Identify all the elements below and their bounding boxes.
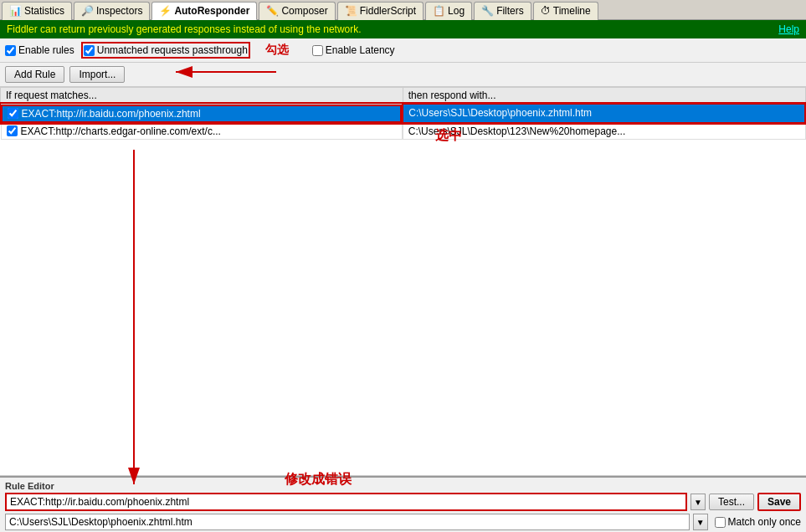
row-checkbox[interactable] <box>8 108 18 119</box>
toolbar-row: Enable rules Unmatched requests passthro… <box>0 38 806 63</box>
enable-rules-checkbox[interactable] <box>5 45 16 56</box>
enable-latency-checkbox[interactable] <box>312 45 323 56</box>
rule-editor: Rule Editor ▼ Test... Save ▼ Match only … <box>0 476 806 532</box>
save-button[interactable]: Save <box>757 493 801 511</box>
enable-latency-checkbox-label[interactable]: Enable Latency <box>312 44 395 56</box>
enable-rules-label: Enable rules <box>18 44 74 56</box>
main-content: Fiddler can return previously generated … <box>0 20 806 532</box>
match-only-once-checkbox[interactable] <box>715 517 726 528</box>
tab-fiddlerscript-label: FiddlerScript <box>360 5 416 17</box>
enable-rules-checkbox-label[interactable]: Enable rules <box>5 44 74 56</box>
banner-text: Fiddler can return previously generated … <box>7 23 362 35</box>
composer-icon: ✏️ <box>266 5 279 17</box>
rules-area: If request matches... then respond with.… <box>0 87 806 476</box>
response-dropdown-button[interactable]: ▼ <box>693 514 708 530</box>
enable-latency-label: Enable Latency <box>326 44 395 56</box>
tab-bar: 📊 Statistics 🔎 Inspectors ⚡ AutoResponde… <box>0 0 806 20</box>
tab-statistics-label: Statistics <box>24 5 64 17</box>
table-row[interactable]: EXACT:http://ir.baidu.com/phoenix.zhtmlC… <box>1 104 806 123</box>
import-button[interactable]: Import... <box>69 66 125 83</box>
row-respond-cell: C:\Users\SJL\Desktop\123\New%20homepage.… <box>403 123 805 140</box>
tab-log-label: Log <box>448 5 465 17</box>
help-link[interactable]: Help <box>778 23 799 35</box>
rule-editor-title: Rule Editor <box>5 479 801 493</box>
checkbox-annotation: 勾选 <box>265 43 289 56</box>
tab-filters-label: Filters <box>496 5 524 17</box>
log-icon: 📋 <box>433 5 445 17</box>
tab-inspectors-label: Inspectors <box>96 5 142 17</box>
unmatched-checkbox[interactable] <box>84 45 95 56</box>
match-only-once-text: Match only once <box>728 516 801 528</box>
row-match-cell: EXACT:http://charts.edgar-online.com/ext… <box>1 123 403 140</box>
row-match-cell: EXACT:http://ir.baidu.com/phoenix.zhtml <box>1 105 403 123</box>
fiddlerscript-icon: 📜 <box>345 5 357 17</box>
rule-response-input[interactable] <box>5 514 690 530</box>
unmatched-checkbox-border: Unmatched requests passthrough <box>81 42 250 59</box>
tab-composer[interactable]: ✏️ Composer <box>259 2 335 20</box>
tab-composer-label: Composer <box>281 5 327 17</box>
add-rule-button[interactable]: Add Rule <box>5 66 64 83</box>
editor-input-row: ▼ Test... Save <box>5 493 801 511</box>
tab-fiddlerscript[interactable]: 📜 FiddlerScript <box>337 2 424 20</box>
autoresponder-icon: ⚡ <box>159 5 172 17</box>
editor-second-row: ▼ Match only once <box>5 514 801 530</box>
row-respond-cell: C:\Users\SJL\Desktop\phoenix.zhtml.htm <box>403 104 805 123</box>
tab-filters[interactable]: 🔧 Filters <box>474 2 531 20</box>
col-request-header: If request matches... <box>1 88 403 105</box>
test-button[interactable]: Test... <box>709 494 754 510</box>
rules-table: If request matches... then respond with.… <box>0 87 806 140</box>
tab-log[interactable]: 📋 Log <box>425 2 472 20</box>
tab-timeline[interactable]: ⏱ Timeline <box>533 2 598 20</box>
statistics-icon: 📊 <box>9 5 22 17</box>
timeline-icon: ⏱ <box>541 5 551 17</box>
row-match-text: EXACT:http://ir.baidu.com/phoenix.zhtml <box>22 108 201 120</box>
tab-autoresponder[interactable]: ⚡ AutoResponder <box>151 2 257 20</box>
table-row[interactable]: EXACT:http://charts.edgar-online.com/ext… <box>1 123 806 140</box>
col-respond-header: then respond with... <box>403 88 805 105</box>
tab-timeline-label: Timeline <box>553 5 591 17</box>
match-only-once-label[interactable]: Match only once <box>715 516 801 528</box>
rule-match-input[interactable] <box>5 493 687 511</box>
row-match-text: EXACT:http://charts.edgar-online.com/ext… <box>21 125 221 137</box>
tab-statistics[interactable]: 📊 Statistics <box>2 2 72 20</box>
info-banner: Fiddler can return previously generated … <box>0 20 806 38</box>
row-checkbox[interactable] <box>7 125 18 136</box>
filters-icon: 🔧 <box>481 5 494 17</box>
tab-autoresponder-label: AutoResponder <box>174 5 249 17</box>
inspectors-icon: 🔎 <box>81 5 94 17</box>
unmatched-label: Unmatched requests passthrough <box>97 44 248 56</box>
buttons-row: Add Rule Import... <box>0 63 806 87</box>
match-dropdown-button[interactable]: ▼ <box>690 494 706 510</box>
unmatched-checkbox-label[interactable]: Unmatched requests passthrough <box>84 44 248 56</box>
tab-inspectors[interactable]: 🔎 Inspectors <box>74 2 150 20</box>
